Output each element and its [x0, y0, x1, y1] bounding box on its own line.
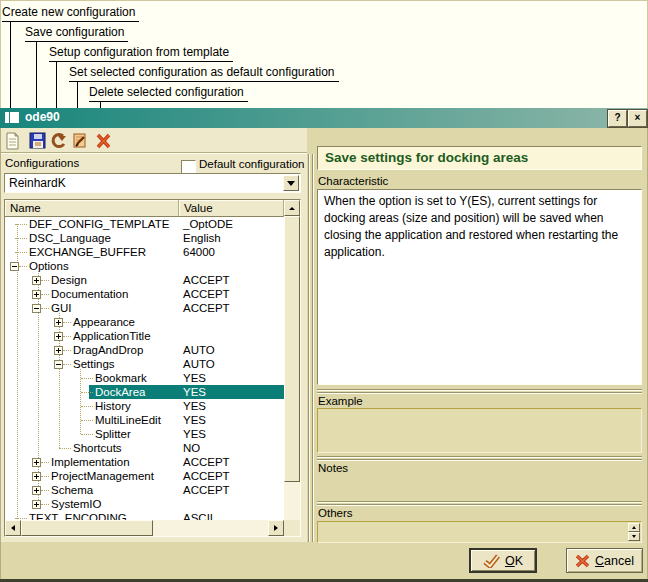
- expand-icon[interactable]: [32, 458, 41, 467]
- tree-row[interactable]: TEXT_ENCODINGASCII: [5, 511, 284, 520]
- expand-icon[interactable]: [32, 290, 41, 299]
- tree-indent: [5, 336, 54, 337]
- tree-indent: [5, 322, 54, 323]
- tree-row[interactable]: Options: [5, 259, 284, 273]
- cancel-button[interactable]: Cancel: [566, 548, 643, 573]
- tree-horizontal-scrollbar[interactable]: [5, 520, 284, 536]
- tree-connector: [63, 364, 71, 365]
- tree-node-value: AUTO: [179, 343, 284, 357]
- column-header-name[interactable]: Name: [5, 200, 179, 217]
- scroll-left-button[interactable]: [5, 520, 21, 536]
- tree-row[interactable]: ShortcutsNO: [5, 441, 284, 455]
- tree-row[interactable]: BookmarkYES: [5, 371, 284, 385]
- configuration-select-dropdown-button[interactable]: [283, 175, 299, 191]
- tree-row[interactable]: HistoryYES: [5, 399, 284, 413]
- tree-connector: [19, 266, 27, 267]
- tree-node-label: Shortcuts: [73, 441, 122, 455]
- tree-node-label: EXCHANGE_BUFFER: [29, 245, 146, 259]
- help-button[interactable]: ?: [608, 110, 627, 127]
- tree-row[interactable]: GUIACCEPT: [5, 301, 284, 315]
- tree-row[interactable]: SplitterYES: [5, 427, 284, 441]
- characteristic-text: When the option is set to Y(ES), current…: [317, 189, 642, 385]
- tree-row[interactable]: DragAndDropAUTO: [5, 343, 284, 357]
- tree-node-label: Schema: [51, 483, 93, 497]
- tree-connector: [41, 476, 49, 477]
- tree-row[interactable]: Appearance: [5, 315, 284, 329]
- scroll-down-button[interactable]: [628, 532, 640, 541]
- scroll-right-button[interactable]: [268, 520, 284, 536]
- panel-splitter[interactable]: [308, 154, 314, 542]
- tree-indent: [5, 490, 32, 491]
- new-configuration-button[interactable]: [3, 131, 23, 151]
- tree-row[interactable]: EXCHANGE_BUFFER64000: [5, 245, 284, 259]
- tree-indent: [5, 462, 32, 463]
- tree-row[interactable]: MultiLineEditYES: [5, 413, 284, 427]
- tree-node-label: SystemIO: [51, 497, 101, 511]
- window-title: ode90: [25, 110, 60, 124]
- collapse-icon[interactable]: [54, 360, 63, 369]
- expand-icon[interactable]: [32, 276, 41, 285]
- collapse-icon[interactable]: [32, 304, 41, 313]
- tree-connector: [59, 448, 71, 449]
- setup-configuration-from-template-button[interactable]: [50, 131, 70, 151]
- section-splitter[interactable]: [317, 501, 642, 506]
- expand-icon[interactable]: [54, 346, 63, 355]
- tree-node-value: YES: [179, 385, 284, 399]
- expand-icon[interactable]: [32, 486, 41, 495]
- set-default-configuration-button[interactable]: [70, 131, 90, 151]
- tree-node-value: ACCEPT: [179, 301, 284, 315]
- tree-node-label: Design: [51, 273, 87, 287]
- expand-icon[interactable]: [54, 318, 63, 327]
- tree-row[interactable]: DSC_LanguageEnglish: [5, 231, 284, 245]
- option-title: Save settings for docking areas: [317, 146, 642, 170]
- tree-indent: [5, 294, 32, 295]
- tree-row[interactable]: SchemaACCEPT: [5, 483, 284, 497]
- scroll-up-button[interactable]: [284, 200, 300, 216]
- tree-indent: [5, 448, 59, 449]
- tree-row[interactable]: ApplicationTitle: [5, 329, 284, 343]
- column-header-value[interactable]: Value: [179, 200, 284, 217]
- tree-row[interactable]: SettingsAUTO: [5, 357, 284, 371]
- ok-button-label: OK: [505, 554, 523, 568]
- tree-vertical-scrollbar[interactable]: [284, 200, 300, 536]
- tree-connector-line: [80, 369, 81, 434]
- section-splitter[interactable]: [317, 456, 642, 461]
- tree-row[interactable]: DesignACCEPT: [5, 273, 284, 287]
- expand-icon[interactable]: [54, 332, 63, 341]
- tree-node-label: Documentation: [51, 287, 128, 301]
- notes-text: [317, 521, 642, 543]
- scroll-up-button[interactable]: [628, 523, 640, 532]
- toolbar-divider: [1, 152, 307, 154]
- tree-row[interactable]: SystemIO: [5, 497, 284, 511]
- tree-row[interactable]: ProjectManagementACCEPT: [5, 469, 284, 483]
- tree-row[interactable]: DocumentationACCEPT: [5, 287, 284, 301]
- tree-node-value: [179, 315, 284, 329]
- delete-configuration-button[interactable]: [94, 131, 114, 151]
- tree-node-value: [179, 497, 284, 511]
- tree-row[interactable]: DockAreaYES: [5, 385, 284, 399]
- cancel-x-icon: [575, 554, 590, 568]
- configuration-select[interactable]: ReinhardK: [4, 173, 301, 193]
- tree-row[interactable]: DEF_CONFIG_TEMPLATE_OptODE: [5, 217, 284, 231]
- tree-node-value: NO: [179, 441, 284, 455]
- close-button[interactable]: ×: [628, 110, 647, 127]
- tree-indent: [5, 504, 32, 505]
- vertical-scroll-thumb[interactable]: [284, 216, 300, 482]
- tree-row[interactable]: ImplementationACCEPT: [5, 455, 284, 469]
- tree-node-label: History: [95, 399, 131, 413]
- tree-node-value: ACCEPT: [179, 483, 284, 497]
- collapse-icon[interactable]: [10, 262, 19, 271]
- section-splitter[interactable]: [317, 389, 642, 394]
- horizontal-scroll-thumb[interactable]: [21, 520, 153, 536]
- tree-connector: [81, 434, 93, 435]
- tree-connector: [81, 406, 93, 407]
- configuration-tree: Name Value DEF_CONFIG_TEMPLATE_OptODEDSC…: [4, 199, 301, 537]
- save-configuration-button[interactable]: [28, 131, 48, 151]
- notes-scrollbar[interactable]: [628, 523, 640, 541]
- tree-node-label: TEXT_ENCODING: [29, 511, 127, 520]
- expand-icon[interactable]: [32, 500, 41, 509]
- cancel-button-label: Cancel: [595, 554, 634, 568]
- ok-button[interactable]: OK: [469, 548, 537, 573]
- tree-node-label: DSC_Language: [29, 231, 111, 245]
- expand-icon[interactable]: [32, 472, 41, 481]
